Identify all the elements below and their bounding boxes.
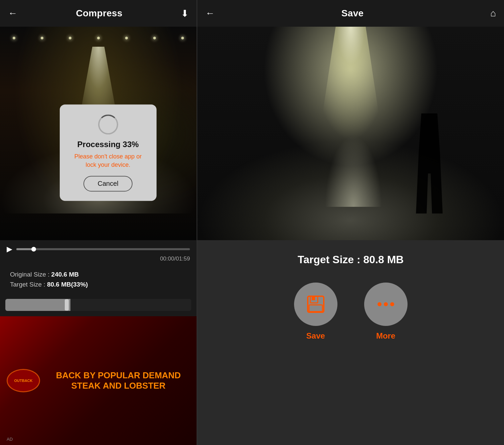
stage-lights [0, 33, 197, 47]
ad-lobster: LOBSTER [124, 381, 165, 391]
target-size-display: Target Size : 80.8 MB [298, 254, 404, 266]
target-size-label: Target Size : [10, 281, 45, 288]
save-label: Save [306, 331, 325, 341]
slider-thumb[interactable] [65, 299, 69, 311]
slider-container [0, 296, 197, 316]
more-btn-group: More [364, 283, 408, 341]
processing-title: Processing 33% [77, 140, 139, 149]
home-button[interactable]: ⌂ [490, 8, 496, 19]
more-label: More [376, 331, 395, 341]
action-buttons: Save More [294, 283, 408, 341]
save-header: ← Save ⌂ [197, 0, 504, 27]
original-size-value: 240.6 MB [51, 271, 79, 278]
outback-logo: OUTBACK [7, 369, 40, 392]
ad-banner[interactable]: OUTBACK BACK BY POPULAR DEMAND STEAK AND… [0, 316, 197, 445]
dot-1 [377, 302, 382, 306]
compress-header: ← Compress ⬇ [0, 0, 197, 27]
ad-logo: OUTBACK [7, 369, 40, 392]
loading-spinner [98, 114, 118, 134]
size-info: Original Size : 240.6 MB Target Size : 8… [0, 266, 197, 296]
ad-steak: STEAK [71, 381, 101, 391]
brand-name: OUTBACK [14, 379, 33, 383]
play-pause-button[interactable]: ▶ [7, 245, 12, 254]
video-controls: ▶ 00:00/01:59 [0, 240, 197, 266]
stage-light-5 [125, 37, 128, 39]
save-disk-icon [306, 294, 326, 314]
original-size-row: Original Size : 240.6 MB [10, 271, 187, 278]
save-btn-group: Save [294, 283, 337, 341]
video-preview: Processing 33% Please don't close app or… [0, 27, 197, 240]
svg-rect-3 [309, 305, 322, 312]
stage-light-4 [97, 37, 100, 39]
save-back-button[interactable]: ← [205, 8, 215, 19]
stage-light-7 [181, 37, 184, 39]
save-title: Save [341, 8, 364, 19]
processing-warning: Please don't close app or lock your devi… [74, 152, 142, 169]
target-size-value: 80.6 MB(33%) [47, 281, 88, 288]
stage-light-1 [13, 37, 15, 39]
ad-connector: AND [103, 381, 121, 391]
save-video-preview [197, 27, 504, 240]
ad-disclaimer: AD [7, 437, 13, 442]
save-video-bg [197, 27, 504, 240]
time-display: 00:00/01:59 [7, 256, 190, 262]
dot-3 [390, 302, 394, 306]
back-button[interactable]: ← [8, 8, 17, 19]
progress-bar[interactable] [16, 248, 190, 250]
svg-rect-2 [312, 296, 315, 300]
controls-row: ▶ [7, 245, 190, 254]
save-circle-button[interactable] [294, 283, 337, 326]
download-button[interactable]: ⬇ [181, 8, 189, 19]
compress-title: Compress [76, 8, 122, 19]
progress-thumb[interactable] [31, 247, 36, 252]
stage-light-2 [41, 37, 43, 39]
processing-dialog: Processing 33% Please don't close app or… [60, 104, 157, 201]
horse-silhouette [320, 123, 387, 207]
cancel-button[interactable]: Cancel [83, 176, 132, 192]
more-circle-button[interactable] [364, 283, 408, 326]
ad-tagline: BACK BY POPULAR DEMAND [56, 370, 181, 380]
stage-light-3 [69, 37, 71, 39]
save-actions-area: Target Size : 80.8 MB Save [197, 240, 504, 445]
more-dots-icon [377, 302, 394, 306]
original-size-label: Original Size : [10, 271, 49, 278]
ad-headline: BACK BY POPULAR DEMAND STEAK AND LOBSTER [56, 370, 181, 391]
compress-panel: ← Compress ⬇ Processing 33% [0, 0, 197, 445]
compression-slider[interactable] [5, 299, 191, 311]
dot-2 [384, 302, 388, 306]
save-panel: ← Save ⌂ Target Size : 80.8 MB [197, 0, 504, 445]
target-size-row: Target Size : 80.6 MB(33%) [10, 281, 187, 288]
stage-light-6 [153, 37, 156, 39]
ad-content: OUTBACK BACK BY POPULAR DEMAND STEAK AND… [0, 316, 197, 445]
